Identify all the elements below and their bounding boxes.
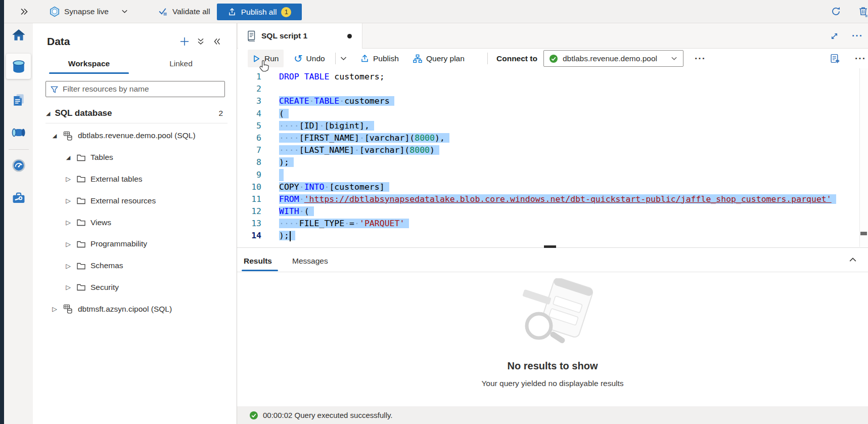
tab-results[interactable]: Results xyxy=(244,252,272,270)
data-icon xyxy=(12,59,26,74)
tab-more-actions-button[interactable]: ··· xyxy=(852,23,863,49)
properties-button[interactable] xyxy=(830,49,840,68)
code-line-1[interactable]: 1DROP TABLE customers; xyxy=(237,71,859,83)
code-line-11[interactable]: 11FROM·'https://dbtlabsynapsedatalake.bl… xyxy=(237,193,859,205)
sidebar-item-data[interactable] xyxy=(4,54,33,80)
play-icon xyxy=(252,54,261,63)
run-label: Run xyxy=(264,54,279,63)
code-line-13[interactable]: 13····FILE_TYPE·=·'PARQUET' xyxy=(237,218,859,230)
more-icon: ··· xyxy=(855,56,866,61)
pool-selector-dropdown[interactable]: dbtlabs.revenue.demo.pool xyxy=(543,50,683,67)
trash-icon xyxy=(857,6,868,17)
filter-resources-field[interactable] xyxy=(45,81,225,97)
sidebar-item-home[interactable] xyxy=(4,22,33,48)
folder-icon xyxy=(76,262,86,270)
publish-all-label: Publish all xyxy=(241,8,277,17)
synapse-studio-window: Synapse live Validate all Publish all 1 xyxy=(0,0,868,424)
tree-node-security[interactable]: ▷Security xyxy=(33,277,237,299)
code-line-12[interactable]: 12WITH·( xyxy=(237,205,859,218)
expand-editor-button[interactable] xyxy=(830,23,839,49)
collapse-all-button[interactable] xyxy=(197,37,205,46)
collapse-icon[interactable]: ◢ xyxy=(46,110,50,117)
line-number: 7 xyxy=(237,144,261,156)
code-line-4[interactable]: 4( xyxy=(237,108,859,120)
code-line-14[interactable]: 14); xyxy=(237,230,859,242)
code-line-3[interactable]: 3CREATE·TABLE·customers xyxy=(237,95,859,107)
code-line-9[interactable]: 9 xyxy=(237,169,859,181)
code-line-10[interactable]: 10COPY·INTO·[customers] xyxy=(237,181,859,193)
undo-button[interactable]: ↺ Undo xyxy=(294,49,325,68)
code-line-5[interactable]: 5····[ID]·[bigint], xyxy=(237,120,859,132)
folder-icon xyxy=(76,196,86,205)
tab-sql-script-1[interactable]: SQL script 1 xyxy=(238,23,362,49)
tree-node-dbtlabs-revenue-demo-pool-sql[interactable]: ◢dbtlabs.revenue.demo.pool (SQL) xyxy=(33,125,237,147)
code-line-8[interactable]: 8); xyxy=(237,156,859,168)
overview-ruler-cursor-marker xyxy=(860,232,867,235)
monitor-icon xyxy=(12,158,26,173)
tab-linked[interactable]: Linked xyxy=(135,55,227,73)
sidebar-item-integrate[interactable] xyxy=(4,119,33,146)
develop-icon xyxy=(12,93,26,107)
sidebar-item-manage[interactable] xyxy=(4,185,33,211)
line-number: 11 xyxy=(237,193,261,205)
line-number: 9 xyxy=(237,169,261,181)
expand-icon[interactable]: ▷ xyxy=(51,305,58,313)
empty-state-title: No results to show xyxy=(237,360,868,372)
sidebar-item-monitor[interactable] xyxy=(4,152,33,179)
publish-all-button[interactable]: Publish all 1 xyxy=(217,4,302,20)
tree-node-dbtmsft-azsyn-cipool-sql[interactable]: ▷dbtmsft.azsyn.cipool (SQL) xyxy=(33,298,237,320)
code-line-2[interactable]: 2 xyxy=(237,83,859,95)
tree-divider xyxy=(45,123,227,123)
query-status-bar: 00:00:02 Query executed successfully. xyxy=(237,406,868,424)
tree-node-schemas[interactable]: ▷Schemas xyxy=(33,255,237,277)
collapse-results-button[interactable] xyxy=(848,255,858,265)
add-resource-button[interactable] xyxy=(179,36,190,47)
panel-title: Data xyxy=(47,35,70,48)
collapse-icon[interactable]: ◢ xyxy=(65,154,72,161)
rail-divider xyxy=(9,149,29,150)
validate-all-button[interactable]: Validate all xyxy=(158,0,210,23)
refresh-button[interactable] xyxy=(831,0,841,23)
collapse-panel-button[interactable] xyxy=(213,37,221,46)
expand-icon[interactable]: ▷ xyxy=(65,197,72,204)
query-plan-button[interactable]: Query plan xyxy=(413,49,465,68)
expand-icon[interactable]: ▷ xyxy=(65,175,72,183)
tree-node-programmability[interactable]: ▷Programmability xyxy=(33,233,237,255)
editor-toolbar: Run ↺ Undo Publish xyxy=(237,49,868,68)
mode-selector[interactable]: Synapse live xyxy=(49,0,128,23)
tree-node-tables[interactable]: ◢Tables xyxy=(33,147,237,168)
expand-icon[interactable]: ▷ xyxy=(65,262,72,270)
undo-redo-dropdown-button[interactable] xyxy=(339,49,348,68)
home-icon xyxy=(11,28,26,42)
tree-root-sql-database[interactable]: ◢ SQL database 2 xyxy=(33,104,237,123)
query-plan-label: Query plan xyxy=(426,54,465,63)
tab-workspace[interactable]: Workspace xyxy=(43,55,135,73)
tree-node-views[interactable]: ▷Views xyxy=(33,211,237,233)
expand-toolbar-button[interactable] xyxy=(19,0,29,23)
code-line-6[interactable]: 6····[FIRST_NAME]·[varchar](8000), xyxy=(237,132,859,144)
top-command-bar: Synapse live Validate all Publish all 1 xyxy=(4,0,868,23)
tree-node-external-tables[interactable]: ▷External tables xyxy=(33,168,237,190)
folder-icon xyxy=(76,283,86,291)
tab-messages[interactable]: Messages xyxy=(292,252,328,270)
editor-scrollbar[interactable] xyxy=(859,68,868,247)
connect-to-label: Connect to xyxy=(496,54,537,63)
expand-icon[interactable]: ▷ xyxy=(65,283,72,291)
code-line-7[interactable]: 7····[LAST_NAME]·[varchar](8000) xyxy=(237,144,859,156)
sidebar-item-develop[interactable] xyxy=(4,87,33,113)
connect-more-actions-button[interactable]: ··· xyxy=(695,49,706,68)
sql-pool-icon xyxy=(63,131,73,141)
publish-button[interactable]: Publish xyxy=(360,49,399,68)
sql-code-editor[interactable]: 1DROP TABLE customers;23CREATE·TABLE·cus… xyxy=(237,68,859,247)
run-button[interactable]: Run xyxy=(252,49,279,68)
no-results-illustration xyxy=(505,278,601,354)
toolbar-more-actions-button[interactable]: ··· xyxy=(855,49,866,68)
tree-node-external-resources[interactable]: ▷External resources xyxy=(33,190,237,211)
pool-selector-value: dbtlabs.revenue.demo.pool xyxy=(563,54,666,63)
expand-icon[interactable]: ▷ xyxy=(65,219,72,226)
collapse-icon[interactable]: ◢ xyxy=(51,133,58,139)
line-number: 1 xyxy=(237,71,261,83)
expand-icon[interactable]: ▷ xyxy=(65,240,72,248)
filter-resources-input[interactable] xyxy=(63,84,220,94)
discard-all-button[interactable] xyxy=(857,0,868,23)
